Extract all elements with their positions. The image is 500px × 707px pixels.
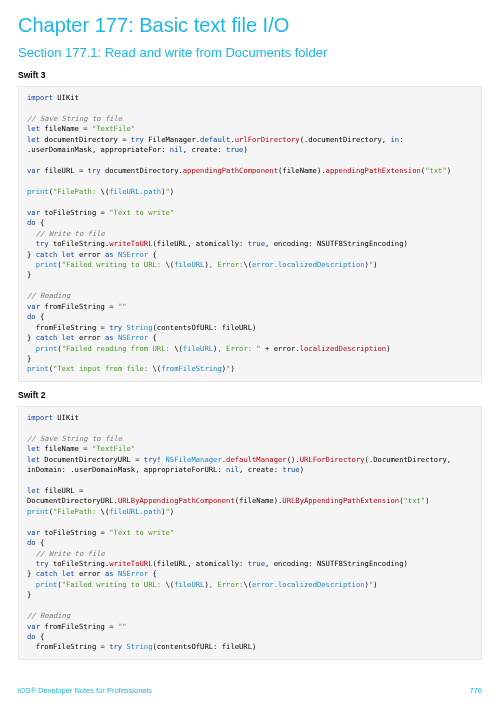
swift3-label: Swift 3 bbox=[18, 70, 482, 80]
swift2-label: Swift 2 bbox=[18, 390, 482, 400]
footer-page-number: 776 bbox=[469, 686, 482, 695]
page-footer: iOS® Developer Notes for Professionals 7… bbox=[18, 686, 482, 695]
footer-left: iOS® Developer Notes for Professionals bbox=[18, 686, 152, 695]
section-title: Section 177.1: Read and write from Docum… bbox=[18, 45, 482, 60]
chapter-title: Chapter 177: Basic text file I/O bbox=[18, 14, 482, 37]
swift2-code-block: import UIKit // Save String to file let … bbox=[18, 406, 482, 660]
swift3-code-block: import UIKit // Save String to file let … bbox=[18, 86, 482, 382]
